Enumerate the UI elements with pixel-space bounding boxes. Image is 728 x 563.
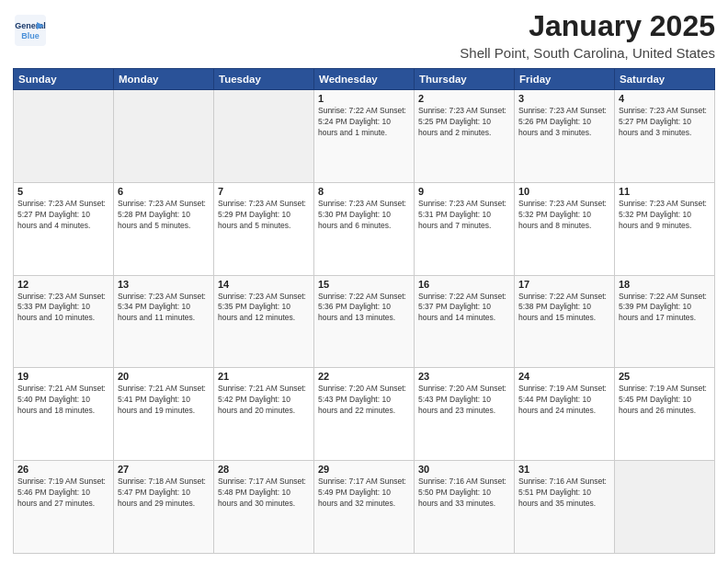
- day-info: Sunrise: 7:23 AM Sunset: 5:26 PM Dayligh…: [518, 106, 610, 139]
- day-number: 8: [318, 186, 410, 197]
- col-friday: Friday: [515, 69, 615, 90]
- table-row: 8Sunrise: 7:23 AM Sunset: 5:30 PM Daylig…: [314, 182, 415, 275]
- day-number: 6: [118, 186, 210, 197]
- calendar-table: Sunday Monday Tuesday Wednesday Thursday…: [13, 68, 715, 554]
- table-row: 11Sunrise: 7:23 AM Sunset: 5:32 PM Dayli…: [615, 182, 715, 275]
- day-number: 24: [518, 371, 610, 382]
- day-info: Sunrise: 7:23 AM Sunset: 5:28 PM Dayligh…: [118, 199, 210, 232]
- header: General Blue January 2025 Shell Point, S…: [13, 9, 715, 61]
- day-number: 4: [619, 93, 711, 104]
- day-info: Sunrise: 7:23 AM Sunset: 5:30 PM Dayligh…: [318, 199, 410, 232]
- table-row: 17Sunrise: 7:22 AM Sunset: 5:38 PM Dayli…: [515, 275, 615, 368]
- day-number: 31: [518, 464, 610, 475]
- calendar-title: January 2025: [460, 9, 715, 43]
- day-number: 30: [418, 464, 510, 475]
- calendar-week-row: 19Sunrise: 7:21 AM Sunset: 5:40 PM Dayli…: [14, 368, 715, 461]
- table-row: 16Sunrise: 7:22 AM Sunset: 5:37 PM Dayli…: [415, 275, 515, 368]
- table-row: 23Sunrise: 7:20 AM Sunset: 5:43 PM Dayli…: [415, 368, 515, 461]
- table-row: 22Sunrise: 7:20 AM Sunset: 5:43 PM Dayli…: [314, 368, 415, 461]
- table-row: 25Sunrise: 7:19 AM Sunset: 5:45 PM Dayli…: [615, 368, 715, 461]
- day-info: Sunrise: 7:22 AM Sunset: 5:39 PM Dayligh…: [619, 292, 711, 325]
- calendar-week-row: 5Sunrise: 7:23 AM Sunset: 5:27 PM Daylig…: [14, 182, 715, 275]
- day-number: 1: [318, 93, 410, 104]
- day-number: 14: [218, 279, 310, 290]
- calendar-subtitle: Shell Point, South Carolina, United Stat…: [460, 45, 715, 61]
- day-number: 2: [418, 93, 510, 104]
- day-info: Sunrise: 7:20 AM Sunset: 5:43 PM Dayligh…: [318, 384, 410, 417]
- svg-text:Blue: Blue: [21, 31, 40, 40]
- table-row: 21Sunrise: 7:21 AM Sunset: 5:42 PM Dayli…: [214, 368, 314, 461]
- table-row: 26Sunrise: 7:19 AM Sunset: 5:46 PM Dayli…: [14, 461, 114, 554]
- col-monday: Monday: [114, 69, 214, 90]
- day-number: 11: [619, 186, 711, 197]
- day-number: 7: [218, 186, 310, 197]
- day-info: Sunrise: 7:22 AM Sunset: 5:24 PM Dayligh…: [318, 106, 410, 139]
- table-row: 3Sunrise: 7:23 AM Sunset: 5:26 PM Daylig…: [515, 90, 615, 183]
- day-info: Sunrise: 7:18 AM Sunset: 5:47 PM Dayligh…: [118, 477, 210, 510]
- calendar-week-row: 12Sunrise: 7:23 AM Sunset: 5:33 PM Dayli…: [14, 275, 715, 368]
- table-row: 10Sunrise: 7:23 AM Sunset: 5:32 PM Dayli…: [515, 182, 615, 275]
- day-info: Sunrise: 7:16 AM Sunset: 5:50 PM Dayligh…: [418, 477, 510, 510]
- day-info: Sunrise: 7:19 AM Sunset: 5:45 PM Dayligh…: [619, 384, 711, 417]
- table-row: 19Sunrise: 7:21 AM Sunset: 5:40 PM Dayli…: [14, 368, 114, 461]
- table-row: 24Sunrise: 7:19 AM Sunset: 5:44 PM Dayli…: [515, 368, 615, 461]
- table-row: 30Sunrise: 7:16 AM Sunset: 5:50 PM Dayli…: [415, 461, 515, 554]
- col-sunday: Sunday: [14, 69, 114, 90]
- day-info: Sunrise: 7:23 AM Sunset: 5:29 PM Dayligh…: [218, 199, 310, 232]
- table-row: 14Sunrise: 7:23 AM Sunset: 5:35 PM Dayli…: [214, 275, 314, 368]
- table-row: 7Sunrise: 7:23 AM Sunset: 5:29 PM Daylig…: [214, 182, 314, 275]
- day-info: Sunrise: 7:23 AM Sunset: 5:27 PM Dayligh…: [619, 106, 711, 139]
- title-block: January 2025 Shell Point, South Carolina…: [460, 9, 715, 61]
- day-info: Sunrise: 7:23 AM Sunset: 5:27 PM Dayligh…: [17, 199, 109, 232]
- calendar-week-row: 26Sunrise: 7:19 AM Sunset: 5:46 PM Dayli…: [14, 461, 715, 554]
- table-row: [214, 90, 314, 183]
- day-info: Sunrise: 7:22 AM Sunset: 5:37 PM Dayligh…: [418, 292, 510, 325]
- day-number: 23: [418, 371, 510, 382]
- day-info: Sunrise: 7:23 AM Sunset: 5:32 PM Dayligh…: [619, 199, 711, 232]
- table-row: 28Sunrise: 7:17 AM Sunset: 5:48 PM Dayli…: [214, 461, 314, 554]
- day-info: Sunrise: 7:23 AM Sunset: 5:34 PM Dayligh…: [118, 292, 210, 325]
- day-info: Sunrise: 7:20 AM Sunset: 5:43 PM Dayligh…: [418, 384, 510, 417]
- day-info: Sunrise: 7:22 AM Sunset: 5:36 PM Dayligh…: [318, 292, 410, 325]
- col-saturday: Saturday: [615, 69, 715, 90]
- day-number: 16: [418, 279, 510, 290]
- day-number: 22: [318, 371, 410, 382]
- day-number: 21: [218, 371, 310, 382]
- logo: General Blue: [13, 13, 48, 48]
- table-row: 18Sunrise: 7:22 AM Sunset: 5:39 PM Dayli…: [615, 275, 715, 368]
- table-row: [14, 90, 114, 183]
- svg-rect-0: [15, 15, 46, 46]
- day-number: 19: [17, 371, 109, 382]
- day-info: Sunrise: 7:17 AM Sunset: 5:49 PM Dayligh…: [318, 477, 410, 510]
- day-number: 15: [318, 279, 410, 290]
- table-row: 4Sunrise: 7:23 AM Sunset: 5:27 PM Daylig…: [615, 90, 715, 183]
- table-row: 31Sunrise: 7:16 AM Sunset: 5:51 PM Dayli…: [515, 461, 615, 554]
- day-info: Sunrise: 7:21 AM Sunset: 5:40 PM Dayligh…: [17, 384, 109, 417]
- table-row: 1Sunrise: 7:22 AM Sunset: 5:24 PM Daylig…: [314, 90, 415, 183]
- day-number: 26: [17, 464, 109, 475]
- col-wednesday: Wednesday: [314, 69, 415, 90]
- day-number: 25: [619, 371, 711, 382]
- day-number: 18: [619, 279, 711, 290]
- day-info: Sunrise: 7:21 AM Sunset: 5:42 PM Dayligh…: [218, 384, 310, 417]
- day-info: Sunrise: 7:21 AM Sunset: 5:41 PM Dayligh…: [118, 384, 210, 417]
- day-number: 20: [118, 371, 210, 382]
- day-number: 13: [118, 279, 210, 290]
- page: General Blue January 2025 Shell Point, S…: [0, 0, 728, 563]
- table-row: [114, 90, 214, 183]
- table-row: 9Sunrise: 7:23 AM Sunset: 5:31 PM Daylig…: [415, 182, 515, 275]
- calendar-header-row: Sunday Monday Tuesday Wednesday Thursday…: [14, 69, 715, 90]
- day-info: Sunrise: 7:19 AM Sunset: 5:44 PM Dayligh…: [518, 384, 610, 417]
- table-row: 6Sunrise: 7:23 AM Sunset: 5:28 PM Daylig…: [114, 182, 214, 275]
- day-info: Sunrise: 7:17 AM Sunset: 5:48 PM Dayligh…: [218, 477, 310, 510]
- day-info: Sunrise: 7:19 AM Sunset: 5:46 PM Dayligh…: [17, 477, 109, 510]
- day-info: Sunrise: 7:23 AM Sunset: 5:33 PM Dayligh…: [17, 292, 109, 325]
- table-row: 5Sunrise: 7:23 AM Sunset: 5:27 PM Daylig…: [14, 182, 114, 275]
- table-row: 29Sunrise: 7:17 AM Sunset: 5:49 PM Dayli…: [314, 461, 415, 554]
- table-row: 27Sunrise: 7:18 AM Sunset: 5:47 PM Dayli…: [114, 461, 214, 554]
- day-info: Sunrise: 7:23 AM Sunset: 5:35 PM Dayligh…: [218, 292, 310, 325]
- day-number: 17: [518, 279, 610, 290]
- day-number: 9: [418, 186, 510, 197]
- table-row: [615, 461, 715, 554]
- day-number: 27: [118, 464, 210, 475]
